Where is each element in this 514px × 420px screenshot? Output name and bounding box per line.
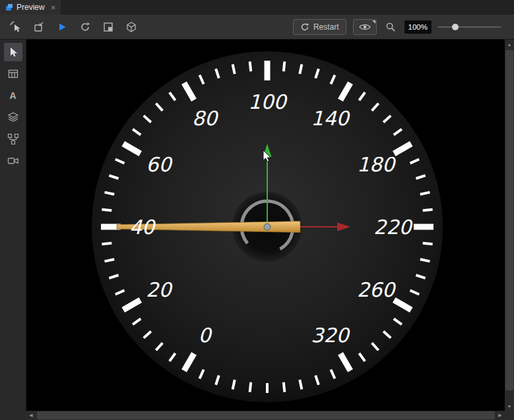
vertical-scrollbar[interactable]: ▲ ▼ (505, 40, 514, 411)
gizmo-center-dot[interactable] (264, 224, 271, 230)
gauge-label: 260 (357, 278, 397, 301)
scroll-left-icon[interactable]: ◀ (26, 411, 36, 420)
gauge-label: 80 (192, 107, 219, 130)
toolbar-right-group: Restart 100% (293, 18, 501, 36)
frame-select-icon (33, 21, 45, 33)
table-icon (7, 68, 19, 80)
gauge-label: 140 (311, 107, 350, 130)
visibility-button[interactable] (353, 19, 377, 35)
camera-icon (7, 155, 19, 167)
tool-rotate-button[interactable] (76, 18, 94, 36)
selection-action-icon (10, 21, 22, 33)
tool-select-button[interactable] (4, 43, 22, 61)
gauge-label: 20 (146, 278, 173, 301)
bounds-icon (102, 21, 114, 33)
layers-icon (7, 111, 19, 123)
eye-dropdown-marker (372, 20, 375, 24)
gauge-tick (250, 382, 251, 392)
zoom-slider[interactable] (438, 20, 501, 34)
gauge-label: 220 (373, 216, 413, 239)
left-tool-sidebar: A (0, 40, 26, 411)
tab-label: Preview (16, 3, 45, 12)
scroll-down-icon[interactable]: ▼ (505, 402, 514, 411)
restart-button[interactable]: Restart (293, 19, 346, 35)
application-window: Preview × (0, 0, 514, 420)
gauge-label: 180 (357, 153, 397, 176)
tool-text-button[interactable]: A (4, 86, 22, 105)
gauge-tick (102, 210, 112, 211)
zoom-tool-button[interactable] (383, 18, 398, 36)
tool-frame-button[interactable] (30, 18, 48, 36)
gauge-label: 60 (146, 153, 173, 176)
gauge-tick (423, 210, 433, 211)
tool-layers-button[interactable] (4, 108, 22, 127)
gauge-tick (250, 61, 251, 71)
gauge-label: 0 (198, 324, 212, 347)
scroll-right-icon[interactable]: ▶ (496, 411, 505, 420)
nodes-icon (7, 133, 19, 145)
rotate-icon (79, 21, 91, 33)
gauge-label: 320 (311, 324, 350, 347)
horizontal-scrollbar[interactable]: ◀ ▶ (26, 411, 505, 420)
tab-bar: Preview × (0, 0, 514, 15)
tool-3d-button[interactable] (122, 18, 141, 36)
preview-tab-icon (5, 3, 13, 11)
restart-label: Restart (313, 22, 339, 32)
cube-3d-icon (125, 21, 137, 33)
tool-nodes-button[interactable] (4, 130, 22, 148)
gauge-tick (423, 243, 433, 245)
sidebar-bottom-corner (0, 411, 26, 420)
play-icon (56, 21, 68, 33)
zoom-level-field[interactable]: 100% (404, 20, 432, 34)
tool-camera-button[interactable] (4, 152, 22, 170)
tab-preview[interactable]: Preview × (0, 0, 61, 15)
gauge-tick (284, 61, 285, 71)
gauge-tick (102, 243, 112, 245)
main-toolbar: Restart 100% (0, 15, 514, 40)
gauge-label: 40 (129, 216, 156, 239)
select-cursor-icon (7, 46, 19, 58)
text-tool-icon: A (9, 90, 16, 101)
zoom-slider-track (438, 26, 501, 28)
tool-pick-button[interactable] (7, 18, 25, 36)
magnifier-icon (385, 22, 396, 32)
tool-play-button[interactable] (53, 18, 71, 36)
scrollbar-corner (505, 411, 514, 420)
gauge-label: 100 (248, 90, 288, 113)
vertical-scrollbar-thumb[interactable] (505, 50, 513, 390)
preview-canvas[interactable]: 020406080100140180220260320 (26, 40, 505, 411)
restart-icon (300, 22, 309, 32)
tab-close-icon[interactable]: × (51, 3, 56, 12)
eye-icon (359, 23, 371, 31)
tool-bounds-button[interactable] (99, 18, 117, 36)
scroll-up-icon[interactable]: ▲ (505, 40, 514, 49)
speedometer-gauge[interactable]: 020406080100140180220260320 (26, 40, 505, 411)
horizontal-scrollbar-thumb[interactable] (37, 411, 495, 419)
gauge-tick (284, 382, 285, 392)
tool-table-button[interactable] (4, 65, 22, 83)
zoom-slider-thumb[interactable] (452, 24, 459, 30)
